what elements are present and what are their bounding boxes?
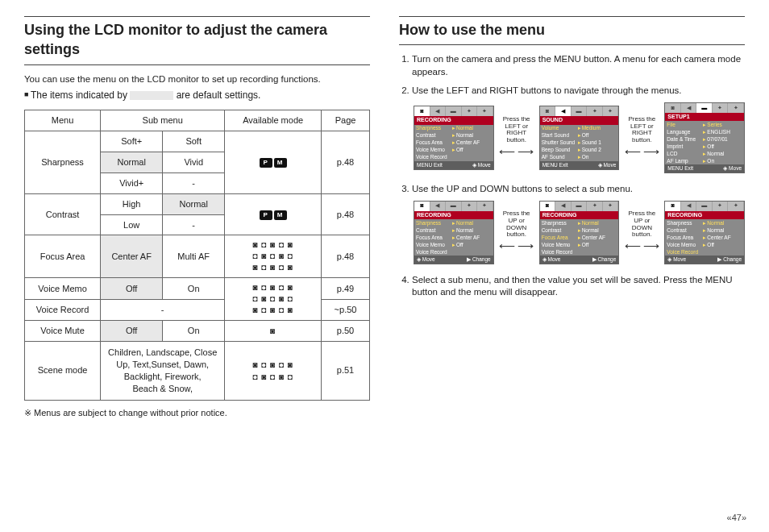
lcd-sound: ◙◀▬✦✦ SOUND Volume▸Medium Start Sound▸Of… [539,106,620,169]
mode-icons: PM [225,131,322,194]
step-3: Use the UP and DOWN buttons to select a … [412,183,745,264]
menu-scene-mode: Scene mode [25,342,101,400]
mode-icons: ◙ ◘ ◙ ◘ ◙◘ ◙ ◘ ◙ ◘◙ ◘ ◙ ◘ ◙ [225,278,322,321]
page-ref: p.48 [322,235,370,278]
table-footnote: Menus are subject to change without prio… [24,407,370,419]
mode-icons: ◙ ◘ ◙ ◘ ◙◘ ◙ ◘ ◙ ◘◙ ◘ ◙ ◘ ◙ [225,235,322,278]
th-sub: Sub menu [101,110,225,131]
default-note: The items indicated by are default setti… [24,89,370,102]
ud-nav-diagram: ◙◀▬✦✦ RECORDING Sharpness▸Normal Contras… [414,201,745,264]
menu-contrast: Contrast [25,193,101,235]
step-4: Select a sub menu, and then the value yo… [412,274,745,299]
page-ref: p.49 [322,278,370,300]
menu-sharpness: Sharpness [25,131,101,194]
menu-voice-memo: Voice Memo [25,278,101,300]
left-intro: You can use the menu on the LCD monitor … [24,73,370,86]
default-highlight-swatch [130,91,173,100]
step-2: Use the LEFT and RIGHT buttons to naviga… [412,85,745,173]
menu-focus-area: Focus Area [25,235,101,278]
step-1: Turn on the camera and press the MENU bu… [412,53,745,78]
page-number: «47» [727,512,747,524]
page-ref: p.48 [322,193,370,235]
page-ref: p.51 [322,342,370,400]
mode-icons: ◙ [225,321,322,342]
lcd-recording: ◙◀▬✦✦ RECORDING Sharpness▸Normal Contras… [414,106,494,169]
page-ref: p.50 [322,321,370,342]
th-mode: Available mode [225,110,322,131]
menu-voice-record: Voice Record [25,299,101,321]
mode-icons: ◙ ◘ ◙ ◘ ◙◘ ◙ ◘ ◙ ◘ [225,342,322,400]
page-ref: ~p.50 [322,299,370,321]
settings-table: Menu Sub menu Available mode Page Sharpn… [24,110,370,400]
th-menu: Menu [25,110,101,131]
lcd-setup1: ◙◀▬✦✦ SETUP1 File▸Series Language▸ENGLIS… [664,102,745,173]
right-heading: How to use the menu [399,16,745,45]
menu-voice-mute: Voice Mute [25,321,101,342]
mode-icons: PM [225,193,322,235]
lcd-rec-b: ◙◀▬✦✦ RECORDING Sharpness▸Normal Contras… [539,201,620,264]
left-heading: Using the LCD monitor to adjust the came… [24,16,370,65]
lcd-rec-a: ◙◀▬✦✦ RECORDING Sharpness▸Normal Contras… [414,201,494,264]
lr-nav-diagram: ◙◀▬✦✦ RECORDING Sharpness▸Normal Contras… [414,102,745,173]
lcd-rec-c: ◙◀▬✦✦ RECORDING Sharpness▸Normal Contras… [664,201,745,264]
page-ref: p.48 [322,131,370,194]
th-page: Page [322,110,370,131]
